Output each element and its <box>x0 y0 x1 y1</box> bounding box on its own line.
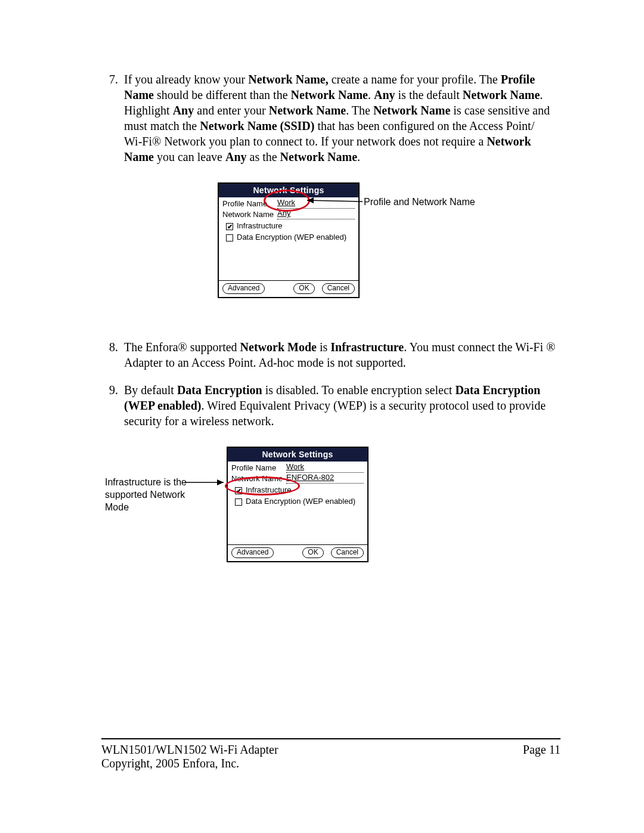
ok-button[interactable]: OK <box>293 283 314 294</box>
infrastructure-checkbox[interactable] <box>235 487 242 494</box>
network-name-value: Any <box>277 209 290 219</box>
ok-button[interactable]: OK <box>302 547 323 558</box>
svg-marker-3 <box>217 479 224 485</box>
profile-name-label: Profile Name <box>231 463 283 473</box>
advanced-button[interactable]: Advanced <box>222 283 265 294</box>
advanced-button[interactable]: Advanced <box>231 547 274 558</box>
figure-network-settings-1: Network Settings Profile Name Work Netwo… <box>101 182 561 323</box>
network-name-label: Network Name <box>231 474 283 484</box>
network-name-value: ENFORA-802 <box>286 473 334 483</box>
cancel-button[interactable]: Cancel <box>331 547 364 558</box>
window-title: Network Settings <box>228 448 367 462</box>
step-9-text: By default Data Encryption is disabled. … <box>124 382 561 429</box>
window-title: Network Settings <box>219 184 358 197</box>
figure-network-settings-2: Infrastructure is the supported Network … <box>101 447 561 593</box>
step-7-number: 7. <box>101 72 124 87</box>
profile-name-value: Work <box>286 462 304 472</box>
cancel-button[interactable]: Cancel <box>322 283 355 294</box>
infrastructure-label: Infrastructure <box>246 485 292 496</box>
step-9-number: 9. <box>101 382 124 398</box>
wep-label: Data Encryption (WEP enabled) <box>246 497 355 507</box>
profile-name-field[interactable]: Work <box>277 199 355 209</box>
footer-product: WLN1501/WLN1502 Wi-Fi Adapter <box>101 743 278 757</box>
wep-checkbox[interactable] <box>235 498 242 506</box>
network-name-field[interactable]: Any <box>277 210 355 219</box>
step-7-text: If you already know your Network Name, c… <box>124 72 561 165</box>
footer-page-number: Page 11 <box>523 743 561 770</box>
infrastructure-checkbox[interactable] <box>226 223 233 230</box>
infrastructure-label: Infrastructure <box>237 221 283 231</box>
callout-profile-network: Profile and Network Name <box>364 196 475 209</box>
profile-name-label: Profile Name <box>222 199 274 209</box>
profile-name-value: Work <box>277 198 295 208</box>
step-8-number: 8. <box>101 339 124 355</box>
footer-copyright: Copyright, 2005 Enfora, Inc. <box>101 757 278 770</box>
network-name-field[interactable]: ENFORA-802 <box>286 474 364 484</box>
callout-infrastructure: Infrastructure is the supported Network … <box>105 476 206 513</box>
wep-label: Data Encryption (WEP enabled) <box>237 233 346 243</box>
step-8-text: The Enfora® supported Network Mode is In… <box>124 339 561 370</box>
network-name-label: Network Name <box>222 210 274 220</box>
page-footer: WLN1501/WLN1502 Wi-Fi Adapter Copyright,… <box>101 738 561 770</box>
wep-checkbox[interactable] <box>226 234 233 241</box>
profile-name-field[interactable]: Work <box>286 463 364 473</box>
